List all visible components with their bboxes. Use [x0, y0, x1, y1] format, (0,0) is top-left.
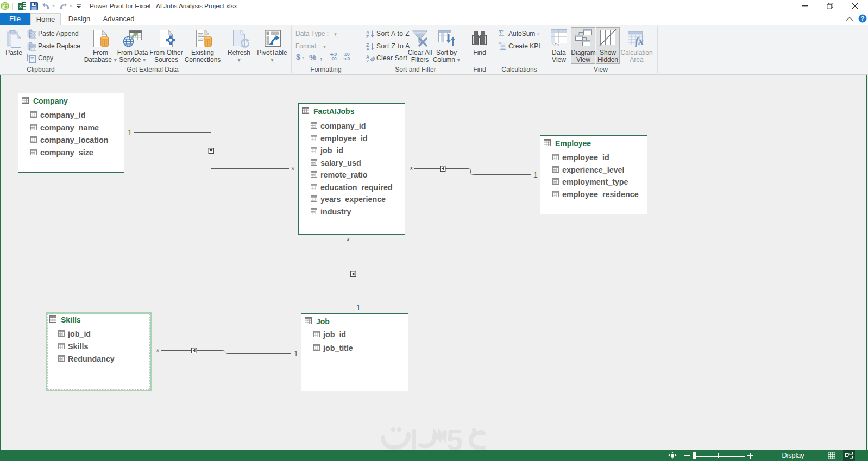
- svg-text:A: A: [366, 46, 369, 50]
- svg-text:1: 1: [533, 170, 538, 179]
- svg-text:fx: fx: [635, 35, 644, 47]
- svg-text:Z: Z: [366, 34, 369, 39]
- svg-text:*: *: [291, 165, 295, 175]
- svg-text:1: 1: [294, 349, 298, 358]
- svg-text:1: 1: [128, 128, 132, 137]
- svg-text:1: 1: [356, 303, 361, 312]
- svg-text:?: ?: [861, 15, 865, 22]
- svg-text:Z: Z: [366, 59, 369, 63]
- svg-text:X: X: [18, 4, 22, 9]
- svg-text:*: *: [410, 165, 413, 175]
- svg-text:*: *: [156, 347, 160, 357]
- svg-text:*: *: [347, 236, 350, 247]
